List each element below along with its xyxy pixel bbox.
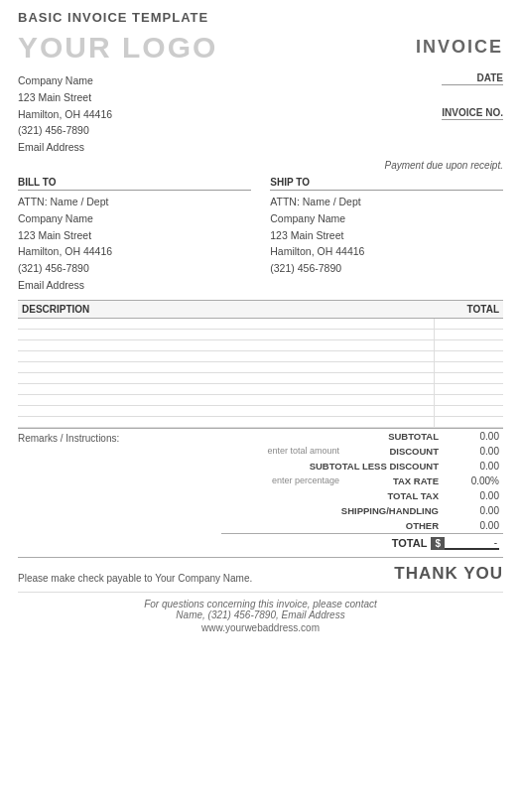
from-address2: Hamilton, OH 44416 [18, 106, 112, 123]
totals-block: SUBTOTAL 0.00 enter total amount DISCOUN… [221, 429, 503, 553]
ship-to-col: SHIP TO ATTN: Name / Dept Company Name 1… [270, 177, 503, 294]
other-value: 0.00 [445, 520, 499, 531]
tax-rate-row: enter percentage TAX RATE 0.00% [221, 474, 503, 488]
table-row [18, 416, 503, 427]
footer-check: Please make check payable to Your Compan… [18, 573, 252, 584]
shipping-label: SHIPPING/HANDLING [225, 505, 445, 516]
bill-ship-row: BILL TO ATTN: Name / Dept Company Name 1… [18, 177, 503, 294]
bill-to-header: BILL TO [18, 177, 251, 191]
from-email: Email Address [18, 139, 112, 156]
from-info: Company Name 123 Main Street Hamilton, O… [18, 72, 112, 156]
row-total [434, 394, 503, 405]
tax-rate-value: 0.00% [445, 475, 499, 486]
payment-due: Payment due upon receipt. [18, 160, 503, 171]
row-total [434, 372, 503, 383]
total-label: TOTAL [392, 537, 432, 550]
bill-line2: Company Name [18, 210, 251, 227]
ship-line4: Hamilton, OH 44416 [270, 243, 503, 260]
ship-line1: ATTN: Name / Dept [270, 194, 503, 210]
discount-row: enter total amount DISCOUNT 0.00 [221, 444, 503, 459]
thank-you: THANK YOU [394, 564, 503, 584]
row-total [434, 329, 503, 339]
row-total [434, 361, 503, 372]
ship-line2: Company Name [270, 210, 503, 227]
row-description [18, 318, 434, 329]
table-row [18, 350, 503, 361]
row-description [18, 405, 434, 416]
row-total [434, 350, 503, 361]
other-label: OTHER [225, 520, 445, 531]
ship-to-info: ATTN: Name / Dept Company Name 123 Main … [270, 194, 503, 277]
row-description [18, 339, 434, 350]
table-row [18, 383, 503, 394]
logo: YOUR LOGO [18, 31, 217, 65]
tax-rate-label: TAX RATE [345, 475, 445, 486]
bill-to-col: BILL TO ATTN: Name / Dept Company Name 1… [18, 177, 251, 294]
doc-title: BASIC INVOICE TEMPLATE [18, 10, 503, 25]
from-section: Company Name 123 Main Street Hamilton, O… [18, 72, 503, 156]
row-total [434, 383, 503, 394]
from-company: Company Name [18, 72, 112, 89]
bill-line1: ATTN: Name / Dept [18, 194, 251, 210]
bill-line3: 123 Main Street [18, 227, 251, 244]
table-row [18, 372, 503, 383]
total-dollar: $ [431, 537, 445, 550]
total-tax-label: TOTAL TAX [225, 490, 445, 501]
row-description [18, 329, 434, 339]
invoice-page: BASIC INVOICE TEMPLATE YOUR LOGO INVOICE… [0, 0, 521, 643]
table-row [18, 318, 503, 329]
footer-section: Please make check payable to Your Compan… [18, 557, 503, 584]
bill-line4: Hamilton, OH 44416 [18, 243, 251, 260]
discount-hint: enter total amount [267, 446, 339, 456]
row-total [434, 318, 503, 329]
subtotal-value: 0.00 [445, 431, 499, 442]
date-label: DATE [442, 72, 503, 85]
row-total [434, 339, 503, 350]
row-description [18, 394, 434, 405]
ship-line3: 123 Main Street [270, 227, 503, 244]
table-row [18, 405, 503, 416]
ship-line5: (321) 456-7890 [270, 260, 503, 277]
table-row [18, 339, 503, 350]
table-row [18, 361, 503, 372]
items-table: DESCRIPTION TOTAL [18, 300, 503, 428]
bill-line5: (321) 456-7890 [18, 260, 251, 277]
shipping-row: SHIPPING/HANDLING 0.00 [221, 503, 503, 518]
remarks: Remarks / Instructions: [18, 429, 212, 553]
total-value: - [445, 537, 499, 550]
row-description [18, 416, 434, 427]
bill-line6: Email Address [18, 277, 251, 294]
table-row [18, 329, 503, 339]
shipping-value: 0.00 [445, 505, 499, 516]
subtotal-less-discount-row: SUBTOTAL LESS DISCOUNT 0.00 [221, 459, 503, 474]
from-phone: (321) 456-7890 [18, 122, 112, 139]
invoice-label: INVOICE [416, 37, 503, 58]
row-description [18, 372, 434, 383]
header-row: YOUR LOGO INVOICE [18, 31, 503, 65]
bill-to-info: ATTN: Name / Dept Company Name 123 Main … [18, 194, 251, 294]
summary-section: Remarks / Instructions: SUBTOTAL 0.00 en… [18, 428, 503, 553]
footer-bottom: For questions concerning this invoice, p… [18, 592, 503, 633]
invoice-no-label: INVOICE NO. [442, 107, 503, 120]
col-description-header: DESCRIPTION [18, 300, 434, 318]
row-total [434, 405, 503, 416]
col-total-header: TOTAL [434, 300, 503, 318]
total-tax-value: 0.00 [445, 490, 499, 501]
row-description [18, 383, 434, 394]
from-address1: 123 Main Street [18, 89, 112, 106]
footer-contact-prefix-text: For questions concerning this invoice, p… [144, 599, 377, 609]
subtotal-less-discount-label: SUBTOTAL LESS DISCOUNT [225, 461, 445, 472]
subtotal-row: SUBTOTAL 0.00 [221, 429, 503, 444]
tax-hint: enter percentage [272, 475, 339, 485]
ship-to-header: SHIP TO [270, 177, 503, 191]
row-total [434, 416, 503, 427]
date-invoice-block: DATE INVOICE NO. [442, 72, 503, 156]
footer-contact-info: Name, (321) 456-7890, Email Address [18, 609, 503, 620]
total-row: TOTAL $ - [221, 533, 503, 553]
table-header-row: DESCRIPTION TOTAL [18, 300, 503, 318]
table-row [18, 394, 503, 405]
discount-label: DISCOUNT [345, 446, 445, 457]
footer-contact-prefix: For questions concerning this invoice, p… [18, 599, 503, 609]
subtotal-less-discount-value: 0.00 [445, 461, 499, 472]
row-description [18, 350, 434, 361]
